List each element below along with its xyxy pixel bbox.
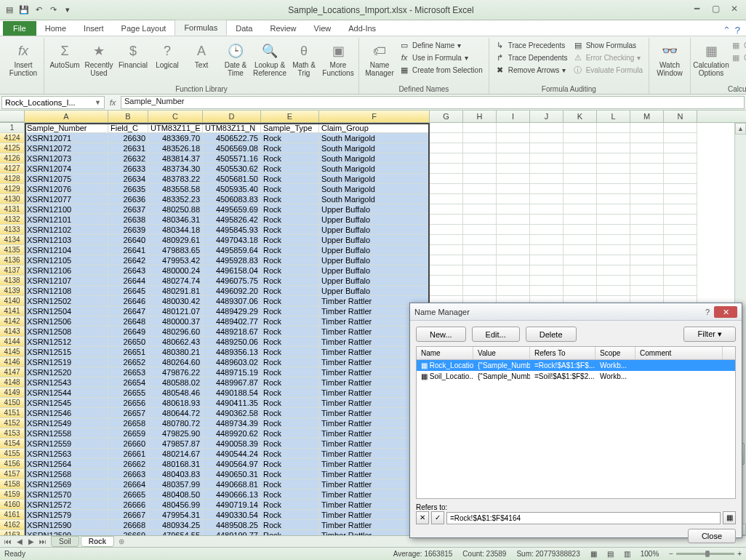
close-button[interactable]: ✕ (726, 4, 743, 17)
cell[interactable] (497, 245, 530, 255)
cell[interactable] (463, 194, 497, 204)
restore-button[interactable]: ▢ (707, 4, 724, 17)
cell[interactable] (530, 204, 563, 215)
cell[interactable]: 480408.50 (148, 489, 203, 500)
cell[interactable]: 4490362.58 (203, 408, 261, 418)
evaluate-formula-button[interactable]: ⓘEvaluate Formula (571, 64, 644, 76)
nm-col-refers[interactable]: Refers To (530, 347, 595, 359)
cell[interactable] (597, 276, 630, 286)
cell[interactable] (563, 235, 597, 245)
cell[interactable]: 479883.65 (148, 245, 203, 255)
cell[interactable] (597, 164, 630, 174)
cell[interactable] (664, 174, 697, 184)
col-header-L[interactable]: L (597, 111, 630, 122)
cell[interactable]: XSRN12104 (25, 245, 108, 255)
cell[interactable]: 480346.31 (148, 215, 203, 225)
define-name-button[interactable]: ▭Define Name ▾ (398, 39, 484, 51)
cell[interactable] (497, 265, 530, 276)
cell[interactable] (430, 184, 463, 194)
cell[interactable]: Rock (261, 265, 319, 276)
cell[interactable]: XSRN12076 (25, 184, 108, 194)
dialog-close-icon[interactable]: ✕ (714, 306, 737, 318)
cell[interactable] (463, 235, 497, 245)
row-header[interactable]: 4162 (0, 520, 25, 530)
cell[interactable] (463, 133, 497, 143)
cell[interactable] (530, 286, 563, 296)
cell[interactable]: XSRN12071 (25, 133, 108, 143)
cell[interactable] (430, 255, 463, 265)
cell[interactable]: 4490411.35 (203, 398, 261, 408)
cell[interactable] (497, 286, 530, 296)
cell[interactable] (430, 194, 463, 204)
scroll-up-button[interactable]: ▲ (735, 123, 746, 135)
row-header[interactable]: 4146 (0, 357, 25, 367)
cell[interactable]: 480929.61 (148, 235, 203, 245)
cell[interactable]: 26669 (108, 530, 148, 535)
cell[interactable] (630, 153, 664, 164)
cell[interactable]: 480403.83 (148, 469, 203, 479)
cell[interactable]: 480214.67 (148, 449, 203, 459)
cell[interactable]: Rock (261, 388, 319, 398)
cell[interactable] (463, 153, 497, 164)
cell[interactable] (530, 184, 563, 194)
tab-insert[interactable]: Insert (75, 21, 113, 36)
cell[interactable]: 4489402.77 (203, 316, 261, 327)
nm-col-scope[interactable]: Scope (595, 347, 635, 359)
cell[interactable] (630, 204, 664, 215)
header-cell[interactable]: Claim_Group (319, 123, 430, 133)
minimize-button[interactable]: ━ (688, 4, 705, 17)
nm-delete-button[interactable]: Delete (526, 327, 577, 342)
cell[interactable]: 26661 (108, 449, 148, 459)
cell[interactable]: 480296.60 (148, 327, 203, 337)
recently-used-button[interactable]: ★Recently Used (83, 39, 115, 85)
cell[interactable]: XSRN12100 (25, 204, 108, 215)
cell[interactable] (430, 133, 463, 143)
cell[interactable]: 479825.90 (148, 428, 203, 439)
cell[interactable]: Rock (261, 245, 319, 255)
cell[interactable]: XSRN12506 (25, 316, 108, 327)
cell[interactable]: XSRN12564 (25, 459, 108, 469)
cell[interactable]: Rock (261, 153, 319, 164)
cell[interactable]: 26645 (108, 286, 148, 296)
cell[interactable] (463, 164, 497, 174)
cell[interactable] (597, 204, 630, 215)
cell[interactable]: XSRN12508 (25, 327, 108, 337)
cell[interactable]: 483783.22 (148, 174, 203, 184)
cell[interactable]: 480274.74 (148, 276, 203, 286)
cell[interactable] (430, 204, 463, 215)
cell[interactable] (530, 143, 563, 153)
cell[interactable] (664, 164, 697, 174)
cell[interactable] (497, 235, 530, 245)
row-header[interactable]: 4141 (0, 306, 25, 316)
calculation-options-button[interactable]: ▦Calculation Options (695, 39, 727, 85)
cell[interactable] (430, 143, 463, 153)
cell[interactable]: 26650 (108, 337, 148, 347)
cell[interactable]: 26666 (108, 500, 148, 510)
zoom-out-button[interactable]: − (669, 550, 673, 558)
cell[interactable]: 483734.30 (148, 164, 203, 174)
cell[interactable]: Rock (261, 428, 319, 439)
cell[interactable]: 483369.70 (148, 133, 203, 143)
cell[interactable]: 26635 (108, 184, 148, 194)
cell[interactable] (597, 286, 630, 296)
cell[interactable] (430, 164, 463, 174)
cell[interactable]: 483814.37 (148, 153, 203, 164)
cell[interactable] (563, 164, 597, 174)
cell[interactable] (630, 184, 664, 194)
qat-dropdown-icon[interactable]: ▾ (61, 4, 74, 17)
date-time-button[interactable]: 🕒Date & Time (220, 39, 252, 85)
cell[interactable]: 480291.81 (148, 286, 203, 296)
cell[interactable]: 4490666.13 (203, 489, 261, 500)
cell[interactable] (630, 123, 664, 133)
col-header-M[interactable]: M (630, 111, 664, 122)
cell[interactable]: XSRN12559 (25, 439, 108, 449)
cell[interactable]: 4506522.75 (203, 133, 261, 143)
cell[interactable]: Rock (261, 255, 319, 265)
cell[interactable]: 480644.72 (148, 408, 203, 418)
cell[interactable]: Upper Buffalo (319, 204, 430, 215)
sheet-tab-rock[interactable]: Rock (81, 536, 114, 547)
row-header[interactable]: 4149 (0, 388, 25, 398)
row-header[interactable]: 4161 (0, 510, 25, 520)
row-header[interactable]: 4142 (0, 316, 25, 327)
cell[interactable] (664, 245, 697, 255)
